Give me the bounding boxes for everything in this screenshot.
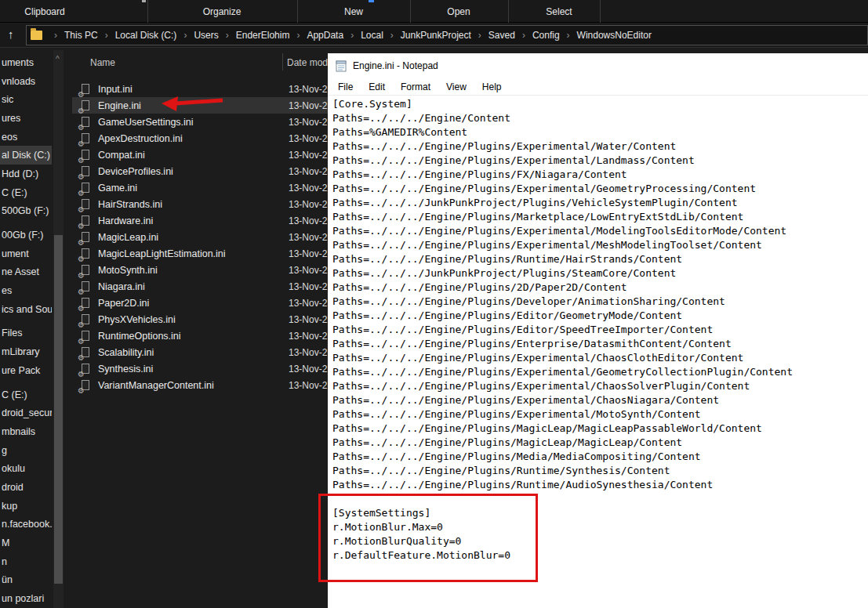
sidebar-item[interactable]: n.facebook.or bbox=[0, 516, 52, 534]
sidebar-item[interactable]: g bbox=[0, 441, 52, 460]
file-row[interactable]: ⚙ MotoSynth.ini 13-Nov-2 bbox=[72, 262, 328, 278]
sidebar-item[interactable]: eos bbox=[0, 128, 52, 147]
scrollbar-thumb[interactable] bbox=[54, 235, 63, 584]
sidebar-item[interactable]: mLibrary bbox=[0, 342, 52, 361]
text-line: Paths=../../../Engine/Plugins/Runtime/Sy… bbox=[332, 464, 868, 478]
menu-item[interactable]: Help bbox=[478, 81, 506, 92]
column-divider[interactable] bbox=[282, 53, 283, 71]
file-row[interactable]: ⚙ Niagara.ini 13-Nov-2 bbox=[72, 278, 328, 295]
file-date-modified: 13-Nov-2 bbox=[289, 199, 327, 210]
sidebar-item-label: M bbox=[2, 537, 9, 548]
sidebar-item[interactable]: ument bbox=[0, 244, 52, 263]
breadcrumb-item[interactable]: Users › bbox=[192, 30, 234, 41]
menu-item[interactable]: File bbox=[334, 81, 357, 92]
file-row[interactable]: ⚙ ApexDestruction.ini 13-Nov-2 bbox=[72, 130, 328, 147]
sidebar-item[interactable]: C (E:) bbox=[0, 183, 52, 202]
file-date-modified: 13-Nov-2 bbox=[289, 314, 327, 325]
menu-item[interactable]: Edit bbox=[365, 81, 389, 92]
breadcrumb-item[interactable]: Local Disk (C:) › bbox=[114, 30, 193, 41]
sidebar-item[interactable]: okulu bbox=[0, 459, 52, 478]
sidebar-item[interactable]: ics and Sour bbox=[0, 300, 52, 319]
sidebar-item[interactable]: vnloads bbox=[0, 72, 52, 91]
sidebar-item[interactable]: Hdd (D:) bbox=[0, 165, 52, 183]
sidebar-item-label: 500Gb (F:) bbox=[2, 205, 49, 216]
breadcrumb-item[interactable]: Local › bbox=[359, 30, 399, 41]
text-line: Paths=../../../Engine/Plugins/Experiment… bbox=[332, 407, 868, 422]
breadcrumb-item[interactable]: EnderElohim › bbox=[234, 30, 306, 41]
file-row[interactable]: ⚙ HairStrands.ini 13-Nov-2 bbox=[72, 196, 328, 212]
column-header-name[interactable]: Name bbox=[90, 57, 115, 68]
file-row[interactable]: ⚙ PhysXVehicles.ini 13-Nov-2 bbox=[72, 311, 328, 328]
sidebar-item[interactable]: Files bbox=[0, 324, 52, 343]
sidebar-item[interactable]: ures bbox=[0, 109, 52, 128]
file-row[interactable]: ⚙ Paper2D.ini 13-Nov-2 bbox=[72, 295, 328, 311]
menu-item[interactable]: Format bbox=[397, 81, 434, 92]
sidebar-scrollbar[interactable]: ^ bbox=[53, 50, 64, 608]
sidebar-item[interactable]: es bbox=[0, 281, 52, 300]
file-row[interactable]: ⚙ MagicLeap.ini 13-Nov-2 bbox=[72, 229, 328, 245]
breadcrumb-item[interactable]: WindowsNoEditor › bbox=[576, 30, 653, 41]
file-row[interactable]: ⚙ Game.ini 13-Nov-2 bbox=[72, 179, 328, 196]
ribbon-group-label: Select bbox=[546, 6, 572, 17]
sidebar-item[interactable]: kup bbox=[0, 497, 52, 516]
file-row[interactable]: ⚙ Scalability.ini 13-Nov-2 bbox=[72, 344, 328, 360]
sidebar-item[interactable]: 500Gb (F:) bbox=[0, 202, 52, 221]
sidebar-item[interactable]: droid bbox=[0, 478, 52, 497]
sidebar-item[interactable]: al Disk (C:) bbox=[0, 146, 52, 165]
sidebar-item[interactable]: droid_secure bbox=[0, 404, 52, 422]
file-name: PhysXVehicles.ini bbox=[98, 314, 176, 325]
sidebar-item[interactable]: C (E:) bbox=[0, 385, 52, 404]
ini-file-icon: ⚙ bbox=[80, 116, 92, 128]
up-arrow-button[interactable]: ↑ bbox=[8, 27, 14, 41]
notepad-content[interactable]: [Core.System]Paths=../../../Engine/Conte… bbox=[328, 96, 868, 563]
sidebar-item[interactable]: ne Asset bbox=[0, 263, 52, 282]
menu-item[interactable]: View bbox=[442, 81, 470, 92]
sidebar-item[interactable]: uments bbox=[0, 53, 52, 72]
text-line: Paths=../../../Engine/Plugins/Experiment… bbox=[332, 365, 868, 379]
file-row[interactable]: ⚙ Engine.ini 13-Nov-2 bbox=[72, 97, 328, 114]
sidebar-item-label: C (E:) bbox=[2, 187, 27, 198]
sidebar-item[interactable]: un pozlari bbox=[0, 589, 52, 608]
sidebar-item-label: ne Asset bbox=[2, 266, 39, 277]
chevron-right-icon: › bbox=[220, 30, 234, 41]
ini-file-icon: ⚙ bbox=[80, 100, 92, 112]
scroll-up-icon[interactable]: ^ bbox=[56, 55, 60, 63]
sidebar-item[interactable]: mbnails bbox=[0, 422, 52, 441]
text-line: Paths=../../../Engine/Plugins/MagicLeap/… bbox=[332, 436, 868, 450]
sidebar-item[interactable]: ün bbox=[0, 571, 52, 590]
file-row[interactable]: ⚙ MagicLeapLightEstimation.ini 13-Nov-2 bbox=[72, 245, 328, 262]
sidebar-item[interactable]: n bbox=[0, 552, 52, 571]
breadcrumb-item[interactable]: Saved › bbox=[487, 30, 531, 41]
file-date-modified: 13-Nov-2 bbox=[289, 166, 327, 177]
breadcrumb-item[interactable]: Config › bbox=[531, 30, 576, 41]
sidebar-item-label: droid_secure bbox=[2, 407, 52, 418]
sidebar-item-label: es bbox=[2, 285, 12, 296]
file-row[interactable]: ⚙ Synthesis.ini 13-Nov-2 bbox=[72, 360, 328, 377]
breadcrumb-item-label: This PC bbox=[63, 30, 100, 41]
file-row[interactable]: ⚙ Input.ini 13-Nov-2 bbox=[72, 81, 328, 97]
sidebar-item[interactable]: ure Pack bbox=[0, 361, 52, 380]
breadcrumb-item[interactable]: AppData › bbox=[305, 30, 359, 41]
file-row[interactable]: ⚙ Hardware.ini 13-Nov-2 bbox=[72, 212, 328, 229]
file-name: DeviceProfiles.ini bbox=[98, 166, 173, 177]
file-date-modified: 13-Nov-2 bbox=[289, 265, 327, 276]
file-name: GameUserSettings.ini bbox=[98, 117, 194, 128]
file-row[interactable]: ⚙ Compat.ini 13-Nov-2 bbox=[72, 147, 328, 163]
file-row[interactable]: ⚙ VariantManagerContent.ini 13-Nov-2 bbox=[72, 377, 328, 393]
text-line: Paths=../../../Engine/Plugins/Experiment… bbox=[332, 238, 868, 252]
sidebar-item[interactable]: 00Gb (F:) bbox=[0, 226, 52, 244]
text-line: Paths=../../../Engine/Plugins/Experiment… bbox=[332, 224, 868, 238]
file-row[interactable]: ⚙ GameUserSettings.ini 13-Nov-2 bbox=[72, 114, 328, 130]
sidebar-item-label: ics and Sour bbox=[2, 304, 52, 315]
file-row[interactable]: ⚙ RuntimeOptions.ini 13-Nov-2 bbox=[72, 328, 328, 344]
column-header-date-modified[interactable]: Date mod bbox=[287, 57, 328, 68]
file-row[interactable]: ⚙ DeviceProfiles.ini 13-Nov-2 bbox=[72, 163, 328, 179]
sidebar-item[interactable]: M bbox=[0, 534, 52, 552]
file-date-modified: 13-Nov-2 bbox=[289, 364, 327, 375]
breadcrumb[interactable]: › This PC › Local Disk (C:) › Users bbox=[26, 25, 868, 45]
sidebar-item[interactable]: sic bbox=[0, 90, 52, 109]
breadcrumb-item[interactable]: JunkPunkProject › bbox=[399, 30, 487, 41]
file-name: Hardware.ini bbox=[98, 215, 153, 226]
notepad-titlebar: Engine.ini - Notepad bbox=[328, 53, 868, 78]
breadcrumb-item[interactable]: This PC › bbox=[63, 30, 114, 41]
